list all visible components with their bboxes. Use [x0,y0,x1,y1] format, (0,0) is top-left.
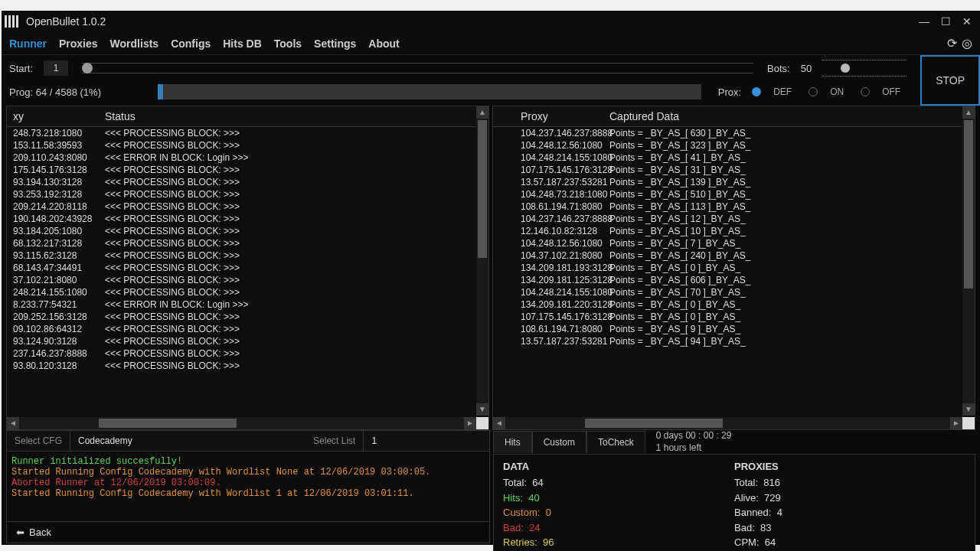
table-row[interactable]: 209.110.243:8080<<< ERROR IN BLOCK: Logi… [7,152,488,164]
prox-off-radio[interactable] [861,87,870,96]
bots-label: Bots: [767,63,790,74]
table-row[interactable]: 8.233.77:54321<<< ERROR IN BLOCK: Login … [7,298,488,311]
minimize-button[interactable]: — [914,13,934,30]
log-area: Runner initialized succesfully!Started R… [7,452,489,521]
progress-row: Prog: 64 / 4588 (1%) Prox: DEF ON OFF [2,81,914,106]
left-col-xy[interactable]: xy [8,109,100,124]
right-hscroll[interactable]: ◄► [493,417,962,429]
table-row[interactable]: 104.248.214.155:1080Points = _BY_AS_[ 41… [493,152,975,164]
left-table: xy Status 248.73.218:1080<<< PROCESSING … [6,106,489,430]
tab-hits[interactable]: Hits [493,431,532,453]
table-row[interactable]: 13.57.187.237:53281Points = _BY_AS_[ 139… [493,176,975,188]
table-row[interactable]: 104.248.12.56:1080Points = _BY_AS_[ 7 ]_… [493,237,975,249]
right-vscroll[interactable]: ▲▼ [962,106,975,416]
menubar: Runner Proxies Wordlists Configs Hits DB… [2,32,980,55]
table-row[interactable]: 68.143.47:34491<<< PROCESSING BLOCK: >>> [7,262,488,274]
table-row[interactable]: 107.175.145.176:3128Points = _BY_AS_[ 31… [493,164,975,176]
table-row[interactable]: 13.57.187.237:53281Points = _BY_AS_[ 94 … [493,335,975,347]
table-row[interactable]: 107.175.145.176:3128Points = _BY_AS_[ 0 … [493,311,975,323]
table-row[interactable]: 237.146.237:8888<<< PROCESSING BLOCK: >>… [7,347,488,360]
bots-value: 50 [801,63,812,74]
tab-custom[interactable]: Custom [532,431,586,453]
left-vscroll[interactable]: ▲▼ [476,106,488,416]
table-row[interactable]: 93.194.130:3128<<< PROCESSING BLOCK: >>> [7,176,488,188]
table-row[interactable]: 248.73.218:1080<<< PROCESSING BLOCK: >>> [7,127,488,139]
table-row[interactable]: 104.237.146.237:8888Points = _BY_AS_[ 63… [493,127,975,139]
table-row[interactable]: 93.115.62:3128<<< PROCESSING BLOCK: >>> [7,249,488,262]
table-row[interactable]: 93.184.205:1080<<< PROCESSING BLOCK: >>> [7,225,488,237]
stop-button[interactable]: STOP [920,55,980,106]
close-button[interactable]: ✕ [957,13,977,30]
log-line: Started Running Config Codecademy with W… [11,467,485,478]
left-col-status[interactable]: Status [100,109,140,124]
right-col-captured[interactable]: Captured Data [605,109,684,124]
table-row[interactable]: 37.102.21:8080<<< PROCESSING BLOCK: >>> [7,274,488,286]
table-row[interactable]: 248.214.155:1080<<< PROCESSING BLOCK: >>… [7,286,488,298]
menu-configs[interactable]: Configs [171,37,211,50]
tab-tocheck[interactable]: ToCheck [586,431,645,453]
table-row[interactable]: 09.102.86:64312<<< PROCESSING BLOCK: >>> [7,323,488,335]
menu-settings[interactable]: Settings [314,37,356,50]
start-label: Start: [9,63,33,74]
table-row[interactable]: 104.248.12.56:1080Points = _BY_AS_[ 323 … [493,139,975,152]
table-row[interactable]: 12.146.10.82:3128Points = _BY_AS_[ 10 ]_… [493,225,975,237]
time-left: 1 hours left [656,442,732,455]
left-scroll-corner [476,417,488,429]
menu-wordlists[interactable]: Wordlists [110,37,159,50]
start-slider[interactable] [82,63,753,73]
select-list-button[interactable]: Select List [305,431,364,451]
bots-slider[interactable] [822,60,906,77]
right-bottom-panel: Hits Custom ToCheck 0 days 00 : 00 : 29 … [493,430,975,543]
table-row[interactable]: 175.145.176:3128<<< PROCESSING BLOCK: >>… [7,164,488,176]
start-input[interactable] [44,60,68,76]
prox-on-radio[interactable] [808,87,818,96]
right-col-proxy[interactable]: Proxy [516,109,605,124]
select-cfg-button[interactable]: Select CFG [7,431,70,451]
screenshot-icon[interactable]: ◎ [962,36,972,51]
table-row[interactable]: 68.132.217:3128<<< PROCESSING BLOCK: >>> [7,237,488,249]
control-row-top: Start: Bots: 50 [2,55,914,81]
table-row[interactable]: 108.61.194.71:8080Points = _BY_AS_[ 113 … [493,201,975,213]
left-hscroll[interactable]: ◄► [7,417,476,429]
data-heading: DATA [503,461,734,472]
log-line: Aborted Runner at 12/06/2019 03:00:09. [11,478,485,488]
cfg-name: Codecademy [70,431,305,451]
prox-def-radio[interactable] [752,87,761,96]
table-row[interactable]: 153.11.58:39593<<< PROCESSING BLOCK: >>> [7,139,488,152]
menu-hitsdb[interactable]: Hits DB [223,37,262,50]
prox-label: Prox: [718,86,741,98]
table-row[interactable]: 190.148.202:43928<<< PROCESSING BLOCK: >… [7,213,488,225]
back-arrow-icon: ⬅ [16,527,24,538]
menu-runner[interactable]: Runner [9,37,47,50]
menu-tools[interactable]: Tools [274,37,302,50]
proxies-heading: PROXIES [734,461,965,472]
app-title: OpenBullet 1.0.2 [26,15,106,28]
table-row[interactable]: 104.248.214.155:1080Points = _BY_AS_[ 70… [493,286,975,298]
table-row[interactable]: 134.209.181.125:3128Points = _BY_AS_[ 60… [493,274,975,286]
table-row[interactable]: 108.61.194.71:8080Points = _BY_AS_[ 9 ]_… [493,323,975,335]
right-scroll-corner [962,417,975,429]
table-row[interactable]: 104.37.102.21:8080Points = _BY_AS_[ 240 … [493,249,975,262]
menu-about[interactable]: About [368,37,399,50]
log-line: Runner initialized succesfully! [11,456,485,467]
back-button[interactable]: ⬅ Back [7,521,489,543]
elapsed-time: 0 days 00 : 00 : 29 [656,430,732,442]
menu-proxies[interactable]: Proxies [59,37,98,50]
left-bottom-panel: Select CFG Codecademy Select List 1 Runn… [6,430,490,543]
maximize-button[interactable]: ☐ [936,13,956,30]
table-row[interactable]: 104.248.73.218:1080Points = _BY_AS_[ 510… [493,188,975,201]
progress-bar [158,84,701,99]
app-window: OpenBullet 1.0.2 — ☐ ✕ Runner Proxies Wo… [2,11,980,545]
list-name: 1 [364,431,489,451]
table-row[interactable]: 93.80.120:3128<<< PROCESSING BLOCK: >>> [7,360,488,372]
table-row[interactable]: 134.209.181.193:3128Points = _BY_AS_[ 0 … [493,262,975,274]
table-row[interactable]: 93.124.90:3128<<< PROCESSING BLOCK: >>> [7,335,488,347]
refresh-icon[interactable]: ⟳ [947,36,957,51]
table-row[interactable]: 134.209.181.220:3128Points = _BY_AS_[ 0 … [493,298,975,311]
table-row[interactable]: 93.253.192:3128<<< PROCESSING BLOCK: >>> [7,188,488,201]
table-row[interactable]: 209.252.156:3128<<< PROCESSING BLOCK: >>… [7,311,488,323]
table-row[interactable]: 209.214.220:8118<<< PROCESSING BLOCK: >>… [7,201,488,213]
table-row[interactable]: 104.237.146.237:8888Points = _BY_AS_[ 12… [493,213,975,225]
log-line: Started Running Config Codecademy with W… [11,488,485,499]
progress-label: Prog: 64 / 4588 (1%) [9,86,147,98]
